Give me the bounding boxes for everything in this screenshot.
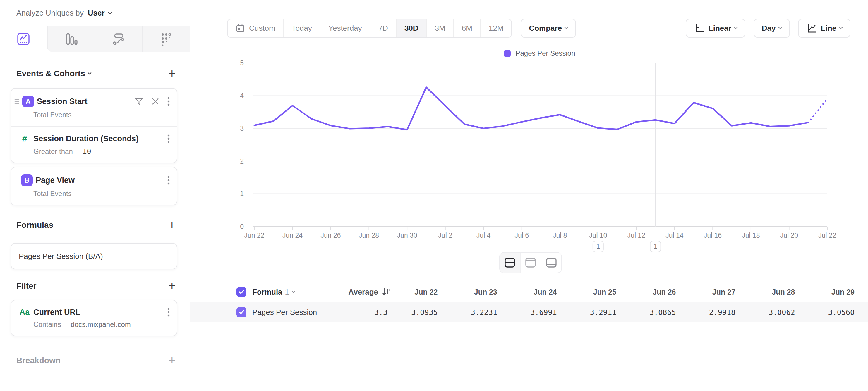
results-table: Formula 1 Average Jun 22Jun 23Jun 24Jun … — [190, 284, 868, 322]
event-measurement[interactable]: Total Events — [11, 186, 177, 205]
x-axis-label: Jul 22 — [818, 231, 836, 239]
table-cell-value: 3.0865 — [630, 308, 689, 316]
sidebar: Analyze Uniques by User — [0, 0, 190, 391]
y-axis-label: 1 — [240, 190, 244, 198]
filter-value[interactable]: docs.mixpanel.com — [70, 320, 130, 328]
property-name[interactable]: Session Duration (Seconds) — [33, 134, 139, 143]
drag-handle-icon[interactable] — [14, 98, 20, 105]
event-name[interactable]: Page View — [36, 176, 74, 185]
y-axis-label: 4 — [240, 92, 244, 100]
formula-card[interactable]: Pages Per Session (B/A) — [10, 243, 177, 269]
x-axis-label: Jun 26 — [321, 231, 341, 239]
date-column-header[interactable]: Jun 26 — [630, 288, 689, 296]
scale-button[interactable]: Linear — [686, 19, 745, 37]
range-today[interactable]: Today — [283, 19, 320, 37]
linear-axis-icon — [694, 23, 705, 33]
chevron-down-icon — [778, 25, 782, 29]
report-type-tabs — [0, 26, 190, 52]
date-column-header[interactable]: Jun 28 — [749, 288, 809, 296]
filter-card: Aa Current URL Contains docs.mixpanel.co… — [10, 300, 177, 336]
breakdown-title: Breakdown — [17, 356, 61, 365]
property-value[interactable]: 10 — [82, 147, 91, 156]
tab-flows[interactable] — [95, 26, 142, 52]
range-3m[interactable]: 3M — [426, 19, 453, 37]
formula-column-header[interactable]: Formula — [252, 287, 282, 297]
granularity-button[interactable]: Day — [753, 19, 790, 37]
x-axis-label: Jul 10 — [589, 231, 607, 239]
kebab-menu-icon[interactable] — [167, 134, 170, 143]
x-axis-label: Jun 30 — [397, 231, 417, 239]
filter-funnel-icon[interactable] — [135, 97, 144, 106]
date-column-header[interactable]: Jun 25 — [570, 288, 630, 296]
events-cohorts-title[interactable]: Events & Cohorts — [17, 69, 85, 78]
chevron-down-icon — [839, 25, 843, 29]
formulas-header: Formulas + — [17, 219, 177, 231]
chevron-down-icon — [734, 25, 738, 29]
x-axis-label: Jul 14 — [665, 231, 684, 239]
row-label: Pages Per Session — [252, 308, 346, 317]
annotation-badge-label: 1 — [653, 243, 658, 250]
x-axis-label: Jul 16 — [704, 231, 722, 239]
add-breakdown-button[interactable]: + — [166, 354, 177, 367]
numeric-property-icon: # — [19, 134, 30, 144]
event-measurement[interactable]: Total Events — [11, 107, 177, 126]
series-line-projected — [808, 99, 827, 122]
event-letter-badge: A — [22, 95, 34, 107]
filter-property-name[interactable]: Current URL — [33, 308, 81, 317]
close-icon[interactable] — [152, 97, 159, 105]
table-cell-value: 3.0062 — [749, 308, 809, 316]
series-line — [254, 87, 808, 130]
row-checkbox[interactable] — [237, 307, 246, 317]
range-6m[interactable]: 6M — [453, 19, 480, 37]
tab-retention[interactable] — [142, 26, 190, 52]
date-column-header[interactable]: Jun 27 — [689, 288, 749, 296]
layout-split-button[interactable] — [500, 253, 520, 273]
range-yesterday[interactable]: Yesterday — [320, 19, 370, 37]
range-7d[interactable]: 7D — [370, 19, 396, 37]
chevron-down-icon[interactable] — [291, 289, 296, 293]
select-all-checkbox[interactable] — [237, 287, 246, 297]
add-event-button[interactable]: + — [166, 67, 177, 80]
y-axis-label: 3 — [240, 124, 244, 132]
table-cell-value: 3.2231 — [451, 308, 511, 316]
annotation-badge-label: 1 — [596, 243, 600, 250]
date-column-header[interactable]: Jun 29 — [809, 288, 868, 296]
table-row[interactable]: Pages Per Session 3.3 3.09353.22313.6991… — [190, 303, 868, 322]
x-axis-label: Jul 20 — [780, 231, 798, 239]
y-axis-label: 0 — [240, 223, 244, 230]
kebab-menu-icon[interactable] — [167, 307, 170, 317]
range-12m[interactable]: 12M — [480, 19, 512, 37]
add-formula-button[interactable]: + — [166, 219, 177, 231]
table-cell-value: 3.6991 — [511, 308, 570, 316]
analyze-label: Analyze Uniques by — [17, 8, 84, 18]
filter-header: Filter + — [17, 280, 177, 292]
range-30d[interactable]: 30D — [396, 19, 426, 37]
date-column-header[interactable]: Jun 24 — [511, 288, 570, 296]
property-operator[interactable]: Greater than — [33, 147, 73, 155]
line-chart-icon — [806, 23, 817, 33]
filter-operator[interactable]: Contains — [33, 320, 61, 328]
date-column-header[interactable]: Jun 23 — [451, 288, 511, 296]
analyze-value-dropdown[interactable]: User — [88, 8, 105, 18]
range-custom[interactable]: Custom — [228, 19, 283, 37]
event-card-session-start: A Session Start — [10, 88, 177, 163]
formula-name: Pages Per Session (B/A) — [19, 252, 103, 261]
flows-icon — [111, 31, 126, 47]
table-cell-value: 3.0935 — [392, 308, 451, 316]
compare-button[interactable]: Compare — [521, 19, 576, 37]
layout-table-only-button[interactable] — [540, 253, 561, 273]
event-name[interactable]: Session Start — [37, 97, 88, 106]
layout-chart-only-button[interactable] — [520, 253, 541, 273]
x-axis-label: Jun 22 — [244, 231, 264, 239]
line-chart[interactable]: 01234511Jun 22Jun 24Jun 26Jun 28Jun 30Ju… — [190, 44, 868, 270]
average-column-header[interactable]: Average — [348, 287, 378, 297]
add-filter-button[interactable]: + — [166, 280, 177, 292]
x-axis-label: Jul 6 — [515, 231, 529, 239]
tab-funnels[interactable] — [47, 26, 95, 52]
kebab-menu-icon[interactable] — [167, 175, 170, 185]
date-column-header[interactable]: Jun 22 — [392, 288, 451, 296]
kebab-menu-icon[interactable] — [167, 97, 170, 106]
tab-insights[interactable] — [0, 26, 47, 52]
sort-descending-icon[interactable] — [382, 287, 392, 297]
chart-type-button[interactable]: Line — [798, 19, 850, 37]
